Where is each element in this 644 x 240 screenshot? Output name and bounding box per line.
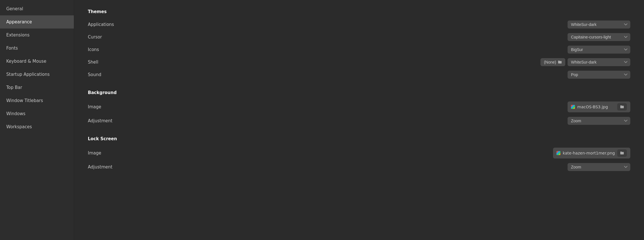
sidebar-item-window-titlebars[interactable]: Window Titlebars (0, 94, 74, 107)
sidebar-item-appearance[interactable]: Appearance (0, 15, 74, 29)
setting-row-icons: IconsBigSurAdwaitaHicolor (88, 43, 630, 56)
sidebar-item-fonts[interactable]: Fonts (0, 42, 74, 55)
setting-row-sound: SoundPopYarufreedesktop (88, 68, 630, 81)
setting-control-shell: (None)WhiteSur-darkAdwaitaAdwaita-dark (540, 58, 630, 66)
dropdown-sound[interactable]: PopYarufreedesktop (568, 71, 630, 79)
sidebar-item-extensions[interactable]: Extensions (0, 29, 74, 42)
image-icon (556, 151, 560, 155)
sidebar-item-general[interactable]: General (0, 2, 74, 15)
sidebar-item-keyboard-mouse[interactable]: Keyboard & Mouse (0, 55, 74, 68)
dropdown-bg-adjustment[interactable]: ZoomCenteredScaledStretchedSpanned (568, 117, 630, 125)
setting-control-bg-image: macOS-BS3.jpg (568, 101, 630, 112)
setting-label-bg-image: Image (88, 104, 122, 109)
setting-label-applications: Applications (88, 22, 122, 27)
dropdown-shell[interactable]: WhiteSur-darkAdwaitaAdwaita-dark (568, 58, 630, 66)
dropdown-icons[interactable]: BigSurAdwaitaHicolor (568, 46, 630, 54)
setting-label-ls-adjustment: Adjustment (88, 164, 122, 170)
setting-row-bg-adjustment: AdjustmentZoomCenteredScaledStretchedSpa… (88, 115, 630, 127)
image-icon (571, 105, 575, 109)
setting-control-applications: WhiteSur-darkAdwaitaAdwaita-dark (568, 21, 630, 29)
setting-label-icons: Icons (88, 47, 122, 52)
setting-label-bg-adjustment: Adjustment (88, 118, 122, 123)
file-picker-filename-ls-image: kate-hazen-mort1mer.png (563, 151, 615, 155)
setting-control-bg-adjustment: ZoomCenteredScaledStretchedSpanned (568, 117, 630, 125)
section-background: BackgroundImagemacOS-BS3.jpgAdjustmentZo… (88, 90, 630, 127)
dropdown-cursor[interactable]: Capitaine-cursors-lightAdwaitaDMZ-White (568, 33, 630, 41)
setting-label-sound: Sound (88, 72, 122, 77)
dropdown-applications[interactable]: WhiteSur-darkAdwaitaAdwaita-dark (568, 21, 630, 29)
file-picker-filename-bg-image: macOS-BS3.jpg (577, 105, 615, 109)
setting-row-shell: Shell(None)WhiteSur-darkAdwaitaAdwaita-d… (88, 56, 630, 68)
setting-control-cursor: Capitaine-cursors-lightAdwaitaDMZ-White (568, 33, 630, 41)
setting-label-shell: Shell (88, 60, 122, 65)
section-themes: ThemesApplicationsWhiteSur-darkAdwaitaAd… (88, 9, 630, 81)
setting-row-ls-image: Imagekate-hazen-mort1mer.png (88, 145, 630, 161)
sidebar-item-windows[interactable]: Windows (0, 107, 74, 120)
main-content: ThemesApplicationsWhiteSur-darkAdwaitaAd… (74, 0, 644, 240)
file-picker-ls-image[interactable]: kate-hazen-mort1mer.png (553, 148, 630, 158)
section-title-lock_screen: Lock Screen (88, 136, 630, 141)
folder-icon (558, 60, 562, 64)
file-picker-bg-image[interactable]: macOS-BS3.jpg (568, 101, 630, 112)
setting-control-icons: BigSurAdwaitaHicolor (568, 46, 630, 54)
setting-control-sound: PopYarufreedesktop (568, 71, 630, 79)
folder-button-ls-image[interactable] (617, 149, 627, 157)
setting-label-ls-image: Image (88, 150, 122, 156)
folder-icon (620, 105, 624, 109)
sidebar: GeneralAppearanceExtensionsFontsKeyboard… (0, 0, 74, 240)
setting-row-bg-image: ImagemacOS-BS3.jpg (88, 99, 630, 115)
dropdown-ls-adjustment[interactable]: ZoomCenteredScaledStretchedSpanned (568, 163, 630, 171)
section-title-background: Background (88, 90, 630, 95)
setting-row-ls-adjustment: AdjustmentZoomCenteredScaledStretchedSpa… (88, 161, 630, 173)
setting-row-cursor: CursorCapitaine-cursors-lightAdwaitaDMZ-… (88, 31, 630, 43)
setting-row-applications: ApplicationsWhiteSur-darkAdwaitaAdwaita-… (88, 18, 630, 31)
none-label-shell: (None) (544, 60, 556, 64)
none-button-shell[interactable]: (None) (540, 58, 565, 66)
folder-button-bg-image[interactable] (617, 103, 627, 111)
sidebar-item-workspaces[interactable]: Workspaces (0, 120, 74, 133)
sidebar-item-startup-applications[interactable]: Startup Applications (0, 68, 74, 81)
section-title-themes: Themes (88, 9, 630, 14)
sidebar-item-top-bar[interactable]: Top Bar (0, 81, 74, 94)
setting-label-cursor: Cursor (88, 34, 122, 40)
folder-icon (620, 151, 624, 155)
section-lock_screen: Lock ScreenImagekate-hazen-mort1mer.pngA… (88, 136, 630, 173)
setting-control-ls-adjustment: ZoomCenteredScaledStretchedSpanned (568, 163, 630, 171)
setting-control-ls-image: kate-hazen-mort1mer.png (553, 148, 630, 158)
